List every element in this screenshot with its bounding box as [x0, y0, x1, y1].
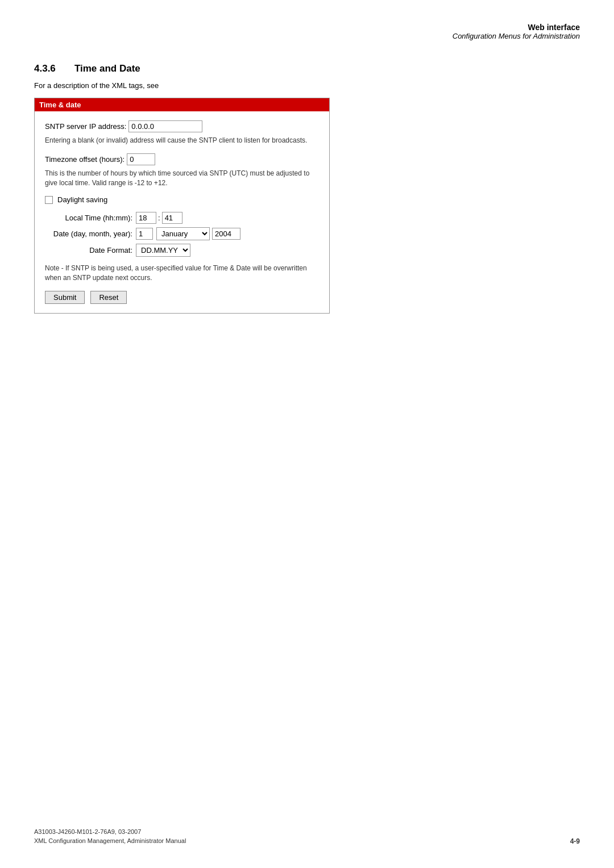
- date-format-label: Date Format:: [45, 246, 136, 254]
- sntp-label: SNTP server IP address:: [45, 122, 126, 131]
- button-row: Submit Reset: [45, 291, 319, 304]
- date-year-input[interactable]: [212, 228, 240, 240]
- time-separator: :: [158, 214, 160, 222]
- date-month-select[interactable]: January February March April May June Ju…: [156, 227, 210, 240]
- local-time-minutes-input[interactable]: [162, 212, 182, 224]
- date-label: Date (day, month, year):: [45, 229, 136, 238]
- reset-button[interactable]: Reset: [90, 291, 127, 304]
- section-heading: 4.3.6 Time and Date: [34, 63, 140, 74]
- tz-input[interactable]: [127, 153, 155, 165]
- header-subtitle: Configuration Menus for Administration: [34, 32, 580, 40]
- page-footer: A31003-J4260-M101-2-76A9, 03-2007 XML Co…: [34, 828, 580, 845]
- daylight-saving-label: Daylight saving: [57, 195, 107, 204]
- footer-left: A31003-J4260-M101-2-76A9, 03-2007 XML Co…: [34, 828, 186, 845]
- footer-line1: A31003-J4260-M101-2-76A9, 03-2007: [34, 828, 186, 836]
- daylight-saving-row: Daylight saving: [45, 195, 319, 204]
- footer-page-number: 4-9: [570, 837, 580, 845]
- local-time-hours-input[interactable]: [136, 212, 156, 224]
- timezone-row: Timezone offset (hours):: [45, 153, 319, 165]
- panel-header: Time & date: [35, 98, 329, 111]
- section-title: Time and Date: [74, 63, 140, 74]
- page-header: Web interface Configuration Menus for Ad…: [34, 23, 580, 40]
- tz-helper: This is the number of hours by which tim…: [45, 169, 319, 188]
- sntp-row: SNTP server IP address:: [45, 120, 319, 132]
- footer-line2: XML Configuration Management, Administra…: [34, 837, 186, 845]
- local-time-label: Local Time (hh:mm):: [45, 214, 136, 222]
- tz-label: Timezone offset (hours):: [45, 155, 125, 164]
- header-title: Web interface: [34, 23, 580, 32]
- date-format-row: Date Format: DD.MM.YY MM/DD/YY YY-MM-DD: [45, 244, 319, 257]
- time-date-panel: Time & date SNTP server IP address: Ente…: [34, 98, 330, 314]
- sntp-note: Note - If SNTP is being used, a user-spe…: [45, 264, 319, 283]
- submit-button[interactable]: Submit: [45, 291, 85, 304]
- date-format-select[interactable]: DD.MM.YY MM/DD/YY YY-MM-DD: [136, 244, 190, 257]
- section-number: 4.3.6: [34, 63, 56, 74]
- sntp-input[interactable]: [128, 120, 202, 132]
- local-time-row: Local Time (hh:mm): :: [45, 212, 319, 224]
- date-day-input[interactable]: [136, 228, 153, 240]
- sntp-helper: Entering a blank (or invalid) address wi…: [45, 136, 319, 145]
- section-description: For a description of the XML tags, see: [34, 81, 580, 90]
- daylight-saving-checkbox[interactable]: [45, 196, 53, 204]
- date-row: Date (day, month, year): January Februar…: [45, 227, 319, 240]
